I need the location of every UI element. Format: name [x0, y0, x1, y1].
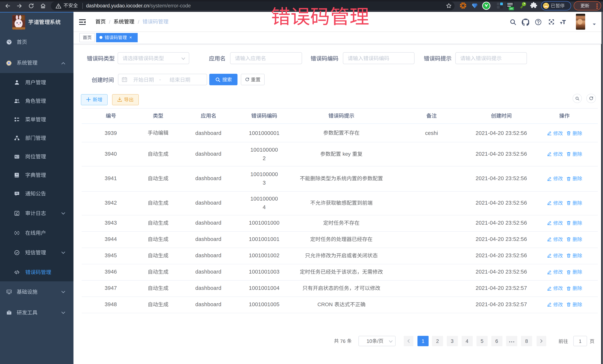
svg-text:on: on [510, 7, 513, 10]
